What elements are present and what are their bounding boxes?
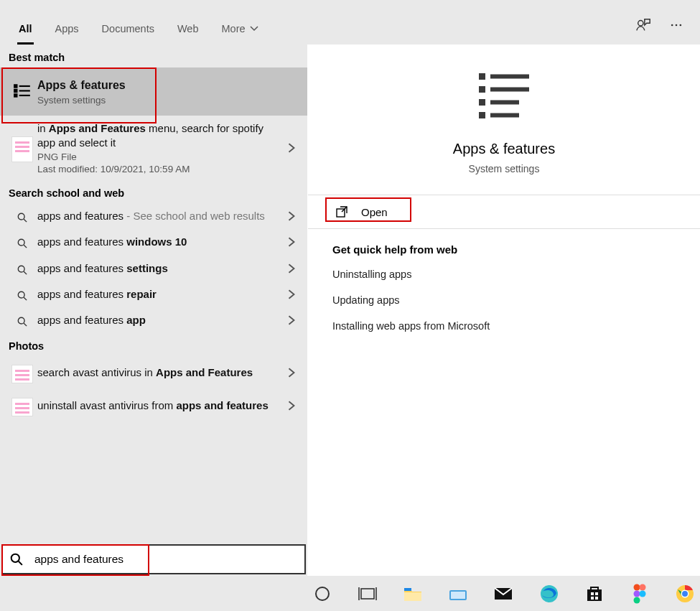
feedback-icon[interactable] — [635, 17, 651, 33]
svg-point-14 — [18, 266, 24, 272]
result-title: in Apps and Features menu, search for sp… — [37, 121, 279, 151]
open-button[interactable]: Open — [315, 195, 408, 228]
preview-subtitle: System settings — [469, 163, 540, 174]
svg-point-10 — [18, 214, 24, 220]
result-web[interactable]: apps and features windows 10 — [0, 229, 307, 255]
preview-title: Apps & features — [453, 141, 555, 157]
taskbar-file-explorer-icon[interactable] — [398, 579, 427, 608]
more-options-icon[interactable] — [668, 17, 684, 33]
svg-rect-4 — [14, 85, 17, 88]
tab-documents[interactable]: Documents — [101, 16, 156, 45]
chevron-down-icon — [250, 24, 258, 33]
svg-rect-35 — [404, 592, 421, 601]
result-subtitle: System settings — [37, 95, 296, 106]
svg-rect-6 — [14, 90, 17, 92]
svg-point-20 — [11, 554, 19, 562]
svg-point-49 — [640, 590, 646, 597]
svg-line-21 — [19, 561, 22, 565]
result-title: apps and features - See school and web r… — [37, 209, 279, 223]
tab-all[interactable]: All — [17, 16, 34, 45]
search-filter-tabbar: All Apps Documents Web More — [0, 0, 700, 45]
help-link[interactable]: Uninstalling apps — [332, 269, 676, 280]
help-link[interactable]: Updating apps — [332, 294, 676, 306]
help-link[interactable]: Installing web apps from Microsoft — [332, 320, 676, 332]
svg-rect-41 — [587, 589, 602, 601]
svg-rect-44 — [591, 597, 594, 600]
taskbar-store-icon[interactable] — [579, 579, 609, 608]
search-icon — [7, 288, 37, 301]
taskbar-cortana-icon[interactable] — [307, 579, 337, 608]
chevron-right-icon — [283, 143, 300, 153]
result-web[interactable]: apps and features - See school and web r… — [0, 203, 307, 229]
search-icon — [3, 553, 30, 566]
chevron-right-icon — [283, 263, 300, 274]
apps-features-large-icon — [475, 66, 533, 125]
search-icon — [7, 235, 37, 248]
svg-point-46 — [634, 584, 640, 590]
taskbar — [0, 576, 700, 611]
taskbar-keyboard-icon[interactable] — [444, 579, 473, 608]
result-file[interactable]: in Apps and Features menu, search for sp… — [0, 116, 307, 181]
result-web[interactable]: apps and features settings — [0, 256, 307, 281]
svg-point-12 — [18, 240, 24, 246]
svg-point-2 — [676, 24, 678, 27]
result-web[interactable]: apps and features app — [0, 307, 307, 333]
search-icon — [7, 210, 37, 223]
section-search-web: Search school and web — [0, 180, 307, 203]
taskbar-figma-icon[interactable] — [625, 579, 655, 608]
svg-rect-38 — [451, 592, 465, 599]
photo-thumbnail-icon — [11, 365, 33, 383]
chevron-right-icon — [283, 368, 300, 378]
chevron-right-icon — [283, 315, 300, 325]
result-photo[interactable]: search avast antivirus in Apps and Featu… — [0, 356, 307, 389]
svg-rect-32 — [361, 589, 374, 599]
svg-rect-8 — [14, 95, 17, 97]
result-photo[interactable]: uninstall avast antivirus from apps and … — [0, 389, 307, 422]
svg-rect-42 — [591, 592, 594, 595]
result-title: search avast antivirus in Apps and Featu… — [37, 365, 279, 380]
apps-features-icon — [13, 82, 32, 101]
taskbar-chrome-icon[interactable] — [671, 579, 700, 608]
result-file-modified: Last modified: 10/9/2021, 10:59 AM — [37, 164, 279, 174]
chevron-right-icon — [283, 211, 300, 221]
chevron-right-icon — [283, 237, 300, 247]
tab-apps[interactable]: Apps — [54, 16, 80, 45]
preview-panel: Apps & features System settings Open Get… — [307, 45, 700, 576]
svg-rect-24 — [479, 86, 485, 93]
result-title: uninstall avast antivirus from apps and … — [37, 398, 279, 413]
search-box[interactable] — [1, 544, 306, 574]
tab-web[interactable]: Web — [176, 16, 200, 45]
svg-line-19 — [24, 323, 27, 326]
result-title: apps and features app — [37, 313, 279, 327]
search-icon — [7, 262, 37, 275]
chevron-right-icon — [283, 401, 300, 411]
chevron-right-icon — [283, 289, 300, 299]
tab-more[interactable]: More — [220, 16, 260, 45]
svg-line-13 — [24, 246, 27, 248]
svg-point-31 — [316, 587, 329, 600]
result-web[interactable]: apps and features repair — [0, 281, 307, 307]
svg-line-11 — [24, 219, 27, 222]
svg-point-16 — [18, 291, 24, 298]
open-label: Open — [361, 206, 388, 218]
search-input[interactable] — [30, 550, 304, 569]
search-icon — [7, 314, 37, 327]
section-best-match: Best match — [0, 45, 307, 67]
tab-more-label: More — [222, 23, 246, 34]
svg-rect-28 — [479, 112, 485, 118]
section-photos: Photos — [0, 333, 307, 356]
svg-line-17 — [24, 297, 27, 300]
svg-point-48 — [634, 590, 640, 597]
result-title: Apps & features — [37, 78, 296, 93]
result-best-match[interactable]: Apps & features System settings — [0, 67, 307, 116]
help-header: Get quick help from web — [332, 243, 676, 256]
svg-point-50 — [634, 597, 640, 603]
taskbar-mail-icon[interactable] — [489, 579, 518, 608]
svg-point-47 — [640, 584, 646, 590]
svg-point-3 — [680, 24, 682, 27]
taskbar-edge-icon[interactable] — [534, 579, 564, 608]
svg-point-18 — [18, 318, 24, 325]
taskbar-taskview-icon[interactable] — [353, 579, 382, 608]
svg-rect-26 — [479, 99, 485, 106]
svg-point-1 — [671, 24, 673, 27]
